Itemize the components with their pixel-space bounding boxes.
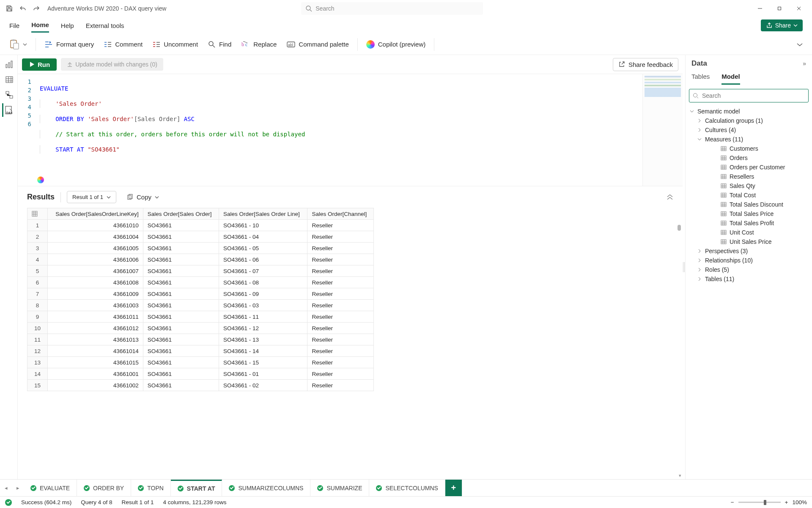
tree-measure[interactable]: Total Sales Profit xyxy=(687,218,810,228)
query-tab[interactable]: EVALUATE xyxy=(24,480,77,496)
table-row[interactable]: 543661007SO43661SO43661 - 07Reseller xyxy=(27,265,374,277)
update-model-button[interactable]: Update model with changes (0) xyxy=(61,58,163,71)
tree-measure[interactable]: Unit Sales Price xyxy=(687,237,810,246)
select-all-cell[interactable] xyxy=(27,208,48,220)
cell[interactable]: Reseller xyxy=(307,220,374,231)
menu-external-tools[interactable]: External tools xyxy=(86,19,124,32)
cell[interactable]: SO43661 - 06 xyxy=(219,254,307,265)
tree-measure[interactable]: Total Sales Price xyxy=(687,209,810,218)
cell[interactable]: SO43661 - 12 xyxy=(219,323,307,334)
cell[interactable]: SO43661 xyxy=(143,231,219,243)
row-header[interactable]: 7 xyxy=(27,288,48,300)
copilot-button[interactable]: Copilot (preview) xyxy=(362,38,430,51)
window-minimize-button[interactable] xyxy=(750,2,770,15)
tree-group[interactable]: Cultures (4) xyxy=(687,125,810,135)
query-tab[interactable]: TOPN xyxy=(131,480,171,496)
row-header[interactable]: 4 xyxy=(27,254,48,265)
dax-view-icon[interactable]: DAX xyxy=(2,103,16,117)
cell[interactable]: Reseller xyxy=(307,231,374,243)
command-palette-button[interactable]: abl Command palette xyxy=(283,38,353,50)
cell[interactable]: Reseller xyxy=(307,311,374,323)
cell[interactable]: 43661006 xyxy=(48,254,143,265)
row-header[interactable]: 5 xyxy=(27,265,48,277)
model-view-icon[interactable] xyxy=(2,88,16,102)
cell[interactable]: SO43661 - 03 xyxy=(219,300,307,311)
cell[interactable]: 43661014 xyxy=(48,345,143,357)
tree-measure[interactable]: Orders per Customer xyxy=(687,163,810,172)
run-button[interactable]: Run xyxy=(22,58,57,71)
result-selector[interactable]: Result 1 of 1 xyxy=(67,191,116,203)
table-row[interactable]: 343661005SO43661SO43661 - 05Reseller xyxy=(27,243,374,254)
table-row[interactable]: 643661008SO43661SO43661 - 08Reseller xyxy=(27,277,374,288)
tree-group[interactable]: Measures (11) xyxy=(687,135,810,144)
table-row[interactable]: 1143661013SO43661SO43661 - 13Reseller xyxy=(27,334,374,345)
row-header[interactable]: 12 xyxy=(27,345,48,357)
cell[interactable]: SO43661 xyxy=(143,334,219,345)
cell[interactable]: Reseller xyxy=(307,288,374,300)
scroll-down-icon[interactable]: ▾ xyxy=(679,473,681,478)
cell[interactable]: SO43661 - 08 xyxy=(219,277,307,288)
tab-scroll-left[interactable]: ◂ xyxy=(0,480,12,496)
tree-group[interactable]: Tables (11) xyxy=(687,274,810,284)
query-tab[interactable]: ORDER BY xyxy=(77,480,131,496)
data-search[interactable] xyxy=(689,89,809,102)
table-row[interactable]: 1243661014SO43661SO43661 - 14Reseller xyxy=(27,345,374,357)
replace-button[interactable]: bc Replace xyxy=(237,38,281,51)
cell[interactable]: 43661007 xyxy=(48,265,143,277)
cell[interactable]: Reseller xyxy=(307,368,374,380)
uncomment-button[interactable]: Uncomment xyxy=(148,38,202,50)
cell[interactable]: SO43661 - 15 xyxy=(219,357,307,368)
window-close-button[interactable] xyxy=(789,2,809,15)
cell[interactable]: Reseller xyxy=(307,345,374,357)
row-header[interactable]: 10 xyxy=(27,323,48,334)
undo-icon[interactable] xyxy=(17,3,29,14)
tab-scroll-right[interactable]: ▸ xyxy=(12,480,24,496)
copilot-hint-icon[interactable] xyxy=(37,177,44,183)
cell[interactable]: SO43661 xyxy=(143,368,219,380)
table-row[interactable]: 443661006SO43661SO43661 - 06Reseller xyxy=(27,254,374,265)
table-row[interactable]: 1443661001SO43661SO43661 - 01Reseller xyxy=(27,368,374,380)
cell[interactable]: Reseller xyxy=(307,357,374,368)
cell[interactable]: SO43661 - 13 xyxy=(219,334,307,345)
data-tab-model[interactable]: Model xyxy=(721,73,740,85)
redo-icon[interactable] xyxy=(30,3,42,14)
cell[interactable]: SO43661 xyxy=(143,288,219,300)
find-button[interactable]: Find xyxy=(204,38,236,51)
dax-editor[interactable]: 123456 EVALUATE 'Sales Order' ORDER BY '… xyxy=(18,74,683,186)
menu-file[interactable]: File xyxy=(9,19,19,32)
tree-measure[interactable]: Unit Cost xyxy=(687,228,810,237)
table-row[interactable]: 1043661012SO43661SO43661 - 12Reseller xyxy=(27,323,374,334)
cell[interactable]: Reseller xyxy=(307,323,374,334)
copy-button[interactable]: Copy xyxy=(122,191,163,203)
cell[interactable]: SO43661 - 14 xyxy=(219,345,307,357)
row-header[interactable]: 11 xyxy=(27,334,48,345)
tree-group[interactable]: Calculation groups (1) xyxy=(687,116,810,125)
row-header[interactable]: 15 xyxy=(27,380,48,391)
row-header[interactable]: 8 xyxy=(27,300,48,311)
column-header[interactable]: Sales Order[Sales Order Line] xyxy=(219,208,307,220)
zoom-slider[interactable] xyxy=(738,502,781,503)
cell[interactable]: 43661010 xyxy=(48,220,143,231)
share-feedback-button[interactable]: Share feedback xyxy=(613,58,678,71)
cell[interactable]: 43661013 xyxy=(48,334,143,345)
paste-button[interactable] xyxy=(5,36,31,52)
table-row[interactable]: 743661009SO43661SO43661 - 09Reseller xyxy=(27,288,374,300)
cell[interactable]: Reseller xyxy=(307,334,374,345)
cell[interactable]: SO43661 xyxy=(143,277,219,288)
row-header[interactable]: 1 xyxy=(27,220,48,231)
cell[interactable]: 43661005 xyxy=(48,243,143,254)
add-query-tab[interactable]: + xyxy=(445,480,462,496)
cell[interactable]: Reseller xyxy=(307,243,374,254)
cell[interactable]: 43661001 xyxy=(48,368,143,380)
cell[interactable]: SO43661 - 09 xyxy=(219,288,307,300)
cell[interactable]: SO43661 - 05 xyxy=(219,243,307,254)
table-view-icon[interactable] xyxy=(2,73,16,86)
column-header[interactable]: Sales Order[Channel] xyxy=(307,208,374,220)
cell[interactable]: Reseller xyxy=(307,277,374,288)
zoom-out-button[interactable]: − xyxy=(731,499,734,505)
share-button[interactable]: Share xyxy=(761,19,803,31)
tree-group[interactable]: Perspectives (3) xyxy=(687,246,810,256)
tree-measure[interactable]: Sales Qty xyxy=(687,181,810,190)
window-restore-button[interactable] xyxy=(770,2,789,15)
column-header[interactable]: Sales Order[SalesOrderLineKey] xyxy=(48,208,143,220)
